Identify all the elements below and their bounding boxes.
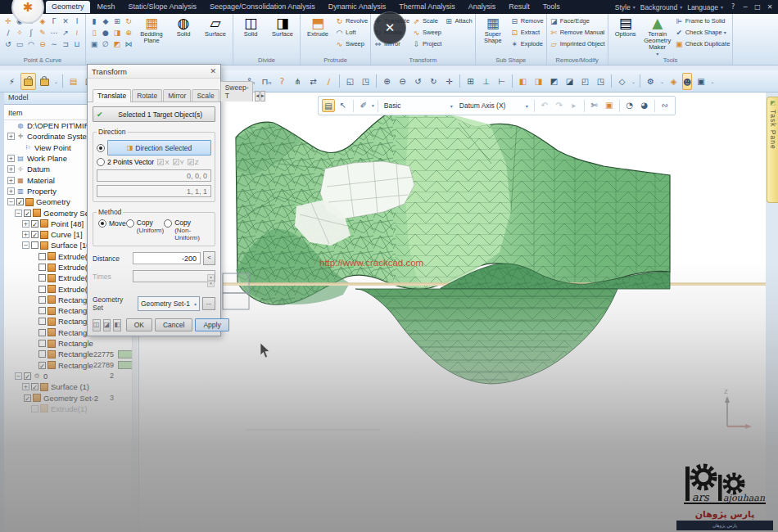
- tree-row-rectangle-20[interactable]: Rectangle: [4, 338, 138, 349]
- dialog-tab-sweep-t[interactable]: Sweep-T: [220, 81, 254, 101]
- ribbon-icon-create-2[interactable]: ⊞: [111, 16, 123, 27]
- grid-icon[interactable]: ⊞: [464, 74, 477, 88]
- tree-row-rectangle-21[interactable]: Rectangle22775: [4, 349, 138, 359]
- ribbon-icon-create-0[interactable]: ▮: [88, 16, 100, 27]
- dialog-tab-rotate[interactable]: Rotate: [132, 89, 162, 101]
- tree-checkbox[interactable]: [38, 253, 46, 260]
- tree-checkbox[interactable]: ✓: [31, 231, 38, 238]
- tree-checkbox[interactable]: [38, 274, 46, 282]
- workplane-y-icon[interactable]: ⊢: [495, 74, 509, 88]
- minimize-icon[interactable]: −: [740, 3, 750, 11]
- tree-checkbox[interactable]: [38, 296, 46, 304]
- more-caret-icon[interactable]: ⌄: [709, 74, 715, 88]
- tree-expander-icon[interactable]: −: [15, 210, 22, 217]
- select-tree-icon[interactable]: ⋔: [291, 74, 305, 88]
- tree-checkbox[interactable]: [38, 286, 46, 293]
- tree-row-surface-1-24[interactable]: +✓Surface (1): [4, 381, 138, 392]
- tree-checkbox[interactable]: [38, 350, 46, 358]
- remove-manual-button[interactable]: ✄Remove Manual: [550, 27, 605, 38]
- menu-tab-static-slope-analysis[interactable]: Static/Slope Analysis: [123, 1, 203, 13]
- shield-icon[interactable]: ◈: [667, 74, 681, 88]
- pick-cursor-icon[interactable]: ↖: [337, 99, 350, 112]
- ribbon-icon-point-curve-13[interactable]: ≀: [71, 27, 83, 38]
- menu-background[interactable]: Background: [640, 3, 677, 11]
- clock-icon[interactable]: ◔: [623, 99, 636, 112]
- ribbon-icon-point-curve-6[interactable]: Ι: [71, 16, 83, 27]
- tree-expander-icon[interactable]: +: [7, 155, 15, 162]
- apply-button[interactable]: Apply: [195, 318, 228, 331]
- ribbon-icon-point-curve-0[interactable]: ✛: [2, 16, 14, 27]
- restore-icon[interactable]: □: [753, 3, 762, 11]
- zoom-in-icon[interactable]: ⊕: [380, 74, 394, 88]
- active-user-icon[interactable]: ☻: [682, 73, 692, 90]
- ribbon-icon-point-curve-7[interactable]: ∕: [2, 27, 14, 38]
- dropdown-caret-icon[interactable]: ⌄: [631, 74, 636, 88]
- extrude-button[interactable]: ⬒Extrude: [303, 16, 332, 38]
- tree-expander-icon[interactable]: −: [15, 372, 22, 380]
- ribbon-icon-point-curve-12[interactable]: ↗: [60, 27, 71, 38]
- ribbon-icon-create-3[interactable]: ↻: [123, 16, 134, 27]
- sweep-button[interactable]: ∿Sweep: [412, 27, 441, 38]
- menu-tab-result[interactable]: Result: [503, 1, 536, 13]
- x-checkbox[interactable]: ✓: [157, 159, 164, 165]
- loft-button[interactable]: ◠Loft: [335, 27, 368, 38]
- menu-language[interactable]: Language: [687, 3, 718, 11]
- ribbon-icon-create-7[interactable]: ⊕: [123, 27, 134, 38]
- ribbon-icon-create-10[interactable]: ◩: [111, 38, 123, 50]
- play-icon[interactable]: ▸: [568, 99, 581, 112]
- attach-button[interactable]: ⊞Attach: [444, 16, 472, 26]
- tree-expander-icon[interactable]: +: [7, 165, 15, 173]
- ribbon-icon-point-curve-5[interactable]: ✕: [60, 16, 71, 27]
- unlock-icon[interactable]: [20, 73, 36, 90]
- ribbon-icon-point-curve-16[interactable]: ◠: [25, 38, 37, 50]
- ok-button[interactable]: OK: [126, 318, 152, 331]
- ribbon-icon-point-curve-4[interactable]: Γ: [48, 16, 60, 27]
- menu-tab-tools[interactable]: Tools: [537, 1, 566, 13]
- scale-button[interactable]: ⇗Scale: [412, 16, 441, 26]
- snapshot-icon[interactable]: ▣: [694, 74, 708, 88]
- select-swap-icon[interactable]: ⇄: [306, 74, 320, 88]
- tree-checkbox[interactable]: [38, 264, 46, 271]
- ribbon-icon-create-8[interactable]: ▣: [88, 38, 100, 50]
- ribbon-icon-point-curve-19[interactable]: ⊐: [60, 38, 71, 50]
- zoom-extents-icon[interactable]: ◳: [359, 74, 373, 88]
- check-duplicate-button[interactable]: ▣Check Duplicate: [675, 38, 731, 49]
- zoom-window-icon[interactable]: ◱: [343, 74, 357, 88]
- dialog-title-bar[interactable]: Transform ✕: [88, 65, 220, 79]
- video-close-overlay-icon[interactable]: ✕: [373, 11, 406, 44]
- frame-to-solid-button[interactable]: ⊫Frame to Solid: [675, 16, 731, 26]
- face-edge-button[interactable]: ◪Face/Edge: [550, 16, 605, 26]
- ribbon-icon-point-curve-20[interactable]: ⊔: [71, 38, 83, 50]
- tree-expander-icon[interactable]: +: [7, 133, 15, 140]
- tab-scroll-right-icon[interactable]: ▸: [260, 91, 265, 101]
- distance-pick-button[interactable]: <: [203, 251, 215, 265]
- tree-checkbox[interactable]: [38, 340, 46, 347]
- ribbon-icon-point-curve-8[interactable]: ✧: [14, 27, 25, 38]
- view-front-icon[interactable]: ◧: [516, 74, 530, 88]
- tree-expander-icon[interactable]: +: [7, 187, 15, 195]
- super-shape-button[interactable]: ▦Super Shape: [478, 16, 508, 44]
- datum-plane-icon[interactable]: ▣: [603, 99, 616, 112]
- settings-gear-icon[interactable]: ⚙: [644, 74, 658, 88]
- ribbon-icon-point-curve-17[interactable]: ⊖: [37, 38, 48, 50]
- menu-tab-analysis[interactable]: Analysis: [463, 1, 502, 13]
- ribbon-icon-create-5[interactable]: ●: [100, 27, 111, 38]
- dynamic-view-icon[interactable]: ⚡: [5, 74, 19, 88]
- delete-datum-icon[interactable]: ✄: [588, 99, 601, 112]
- menu-tab-dynamic-analysis[interactable]: Dynamic Analysis: [323, 1, 392, 13]
- menu-style[interactable]: Style: [615, 3, 631, 11]
- tree-expander-icon[interactable]: +: [22, 383, 29, 390]
- tree-checkbox[interactable]: ✓: [38, 362, 46, 369]
- workplane-x-icon[interactable]: ⊥: [479, 74, 493, 88]
- times-field[interactable]: [133, 270, 215, 282]
- selected-target-button[interactable]: ✔ Selected 1 Target Object(s): [93, 106, 215, 122]
- gear-caret-icon[interactable]: ⌄: [659, 74, 665, 88]
- preview-button[interactable]: ◫: [93, 319, 101, 331]
- ribbon-icon-create-6[interactable]: ◨: [111, 27, 123, 38]
- mode-select[interactable]: Basic▾: [382, 99, 455, 112]
- tree-checkbox[interactable]: [31, 405, 38, 413]
- tree-checkbox[interactable]: [38, 318, 46, 325]
- ribbon-icon-point-curve-14[interactable]: ↺: [2, 38, 14, 50]
- zoom-out-icon[interactable]: ⊖: [396, 74, 409, 88]
- pan-icon[interactable]: ✛: [442, 74, 456, 88]
